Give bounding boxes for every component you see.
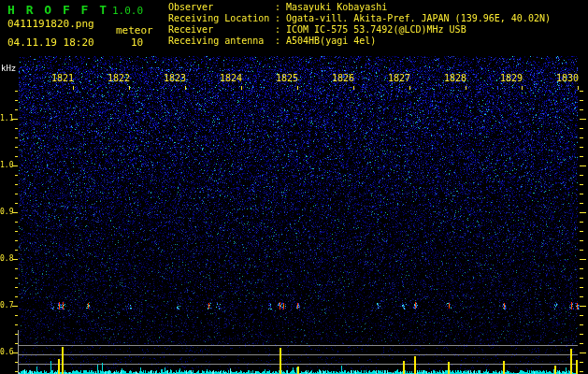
- y-axis-tick-minor-right: [580, 334, 583, 335]
- y-axis-label: 1.0: [0, 161, 13, 170]
- observation-datetime: 04.11.19 18:20: [7, 36, 94, 49]
- station-info-row: Observer:Masayuki Kobayashi: [168, 2, 551, 13]
- y-axis-tick-major: [12, 212, 18, 213]
- x-axis-tick: [353, 86, 354, 90]
- x-axis-tick: [409, 86, 410, 90]
- y-axis-tick-minor: [15, 334, 18, 335]
- y-axis-tick-minor: [15, 203, 18, 204]
- y-axis-tick-minor-right: [580, 287, 583, 288]
- info-value: Masayuki Kobayashi: [286, 2, 387, 13]
- y-axis-tick-minor-right: [580, 222, 583, 223]
- y-axis-label: 0.9: [0, 208, 13, 217]
- x-axis-tick: [466, 86, 466, 90]
- station-info-row: Receiving antenna:A504HB(yagi 4el): [168, 36, 551, 47]
- info-value: Ogata-vill. Akita-Pref. JAPAN (139.96E, …: [286, 13, 551, 24]
- y-axis-tick-minor-right: [580, 147, 583, 148]
- info-value: ICOM IC-575 53.7492(@LCD)MHz USB: [286, 24, 466, 36]
- info-label: Observer: [168, 2, 275, 13]
- y-axis-tick-minor-right: [580, 231, 583, 232]
- station-info-row: Receiving Location:Ogata-vill. Akita-Pre…: [168, 13, 551, 24]
- x-axis-label: 1824: [220, 73, 242, 83]
- x-axis-tick: [297, 86, 298, 90]
- info-separator: :: [275, 13, 286, 24]
- khz-axis-label: kHz: [1, 64, 16, 73]
- y-axis-tick-major: [12, 352, 18, 353]
- y-axis-tick-major-right: [580, 352, 586, 353]
- y-axis-tick-minor: [15, 128, 18, 129]
- y-axis-label: 0.8: [0, 254, 13, 264]
- y-axis-tick-minor: [15, 287, 18, 288]
- y-axis-tick-minor: [15, 156, 18, 157]
- y-axis-tick-minor: [15, 109, 18, 110]
- y-axis-tick-major-right: [580, 259, 586, 260]
- info-separator: :: [275, 36, 286, 47]
- station-info-row: Receiver:ICOM IC-575 53.7492(@LCD)MHz US…: [168, 24, 551, 36]
- y-axis-tick-minor: [15, 240, 18, 241]
- y-axis-tick-major: [12, 259, 18, 260]
- y-axis-tick-minor-right: [580, 203, 583, 204]
- app-title: H R O F F T: [7, 3, 108, 17]
- y-axis-tick-minor-right: [580, 296, 583, 297]
- y-axis-tick-minor-right: [580, 362, 583, 363]
- y-axis-tick-minor: [15, 91, 18, 92]
- y-axis-tick-minor: [15, 324, 18, 325]
- x-axis-tick: [578, 86, 579, 90]
- x-axis-label: 1823: [164, 73, 186, 83]
- y-axis-tick-minor-right: [580, 371, 583, 372]
- y-axis-tick-major: [12, 165, 18, 166]
- y-axis-tick-minor: [15, 137, 18, 138]
- y-axis-tick-minor: [15, 194, 18, 194]
- x-axis-label: 1822: [108, 73, 130, 83]
- y-axis-tick-minor: [15, 315, 18, 316]
- y-axis-tick-minor-right: [580, 91, 583, 92]
- y-axis-tick-minor: [15, 268, 18, 269]
- info-value: A504HB(yagi 4el): [286, 36, 376, 47]
- y-axis-tick-minor-right: [580, 100, 583, 101]
- y-axis-tick-major-right: [580, 212, 586, 213]
- spectrogram-canvas: [0, 0, 588, 374]
- y-axis-tick-minor-right: [580, 194, 583, 194]
- x-axis-label: 1821: [51, 73, 74, 83]
- y-axis-tick-major-right: [580, 165, 586, 166]
- info-separator: :: [275, 24, 286, 36]
- echo-count: 10: [131, 36, 143, 49]
- x-axis-tick: [241, 86, 242, 90]
- y-axis-tick-minor: [15, 371, 18, 372]
- x-axis-tick: [185, 86, 186, 90]
- y-axis-tick-minor: [15, 184, 18, 185]
- info-label: Receiving antenna: [168, 36, 275, 47]
- y-axis-tick-minor-right: [580, 137, 583, 138]
- y-axis-tick-minor: [15, 100, 18, 101]
- hrofft-output-image: H R O F F T 1.0.0 0411191820.png meteor …: [0, 0, 588, 374]
- x-axis-label: 1825: [276, 73, 298, 83]
- x-axis-label: 1827: [388, 73, 410, 83]
- y-axis-label: 0.7: [0, 301, 13, 310]
- app-version: 1.0.0: [112, 5, 143, 17]
- info-label: Receiver: [168, 24, 275, 36]
- y-axis-tick-minor: [15, 296, 18, 297]
- y-axis-tick-minor-right: [580, 184, 583, 185]
- info-label: Receiving Location: [168, 13, 275, 24]
- y-axis-tick-minor: [15, 343, 18, 344]
- y-axis-tick-minor-right: [580, 268, 583, 269]
- y-axis-label: 1.1: [0, 114, 13, 123]
- y-axis-tick-major-right: [580, 119, 586, 120]
- y-axis-tick-minor-right: [580, 324, 583, 325]
- y-axis-tick-major: [12, 306, 18, 307]
- y-axis-tick-minor: [15, 222, 18, 223]
- y-axis-tick-minor-right: [580, 109, 583, 110]
- x-axis-label: 1830: [556, 73, 579, 83]
- y-axis-label: 0.6: [0, 348, 13, 357]
- y-axis-tick-minor: [15, 278, 18, 279]
- y-axis-tick-minor: [15, 250, 18, 251]
- info-separator: :: [275, 2, 286, 13]
- y-axis-tick-minor-right: [580, 315, 583, 316]
- x-axis-label: 1829: [500, 73, 523, 83]
- x-axis-tick: [129, 86, 130, 90]
- x-axis-label: 1826: [332, 73, 354, 83]
- y-axis-tick-minor-right: [580, 278, 583, 279]
- y-axis-tick-minor: [15, 231, 18, 232]
- x-axis-label: 1828: [444, 73, 466, 83]
- y-axis-tick-major: [12, 119, 18, 120]
- y-axis-tick-minor-right: [580, 175, 583, 176]
